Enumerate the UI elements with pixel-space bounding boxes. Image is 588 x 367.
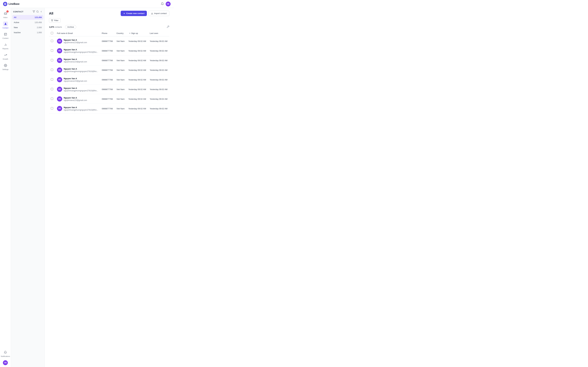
col-signup[interactable]: ▼ Sign up [127,30,148,36]
sidebar-title: CONTACT [13,10,23,13]
row-checkbox[interactable] [49,94,55,104]
contact-details: Nguyen Van A nguyenvana123@gmail.com [64,97,87,101]
row-select-checkbox[interactable] [51,49,53,52]
header-right: OE [161,1,171,6]
header-avatar[interactable]: OE [166,1,171,6]
sidebar-item-contact[interactable]: Contact [0,20,11,30]
notification-bell[interactable] [161,2,164,6]
nav-label-growth: Growth [3,58,8,60]
app-header: LineBase OE [0,0,174,8]
logo-icon [3,2,7,6]
sidebar-item-content[interactable]: Content [0,31,11,40]
contact-count: 1,675 contacts [49,26,62,28]
row-contact-info: OE Nguyen Van A nguyenvana123@gmail.com [55,75,100,84]
table-row[interactable]: OE Nguyen Van A nguyenhoangphuongnguyen2… [49,46,169,56]
nav-notifications[interactable]: Notifications [1,349,10,359]
import-icon [151,12,153,15]
contact-email: nguyenvana123@gmail.com [64,61,87,63]
nav-label-reports: Reports [2,48,9,50]
sidebar-actions [33,10,43,13]
svg-rect-4 [4,33,7,35]
contact-details: Nguyen Van A nguyenhoangphuongnguyen2781… [64,106,98,111]
contact-name: Nguyen Van A [64,68,98,70]
sidebar-item-growth[interactable]: Growth [0,51,11,61]
row-signup: Yesterday 09:02 AM [127,56,148,65]
table-row[interactable]: OE Nguyen Van A nguyenhoangphuongnguyen2… [49,65,169,75]
filter-all-label: All [14,16,16,18]
row-signup: Yesterday 09:02 AM [127,46,148,56]
contact-name: Nguyen Van A [64,39,87,41]
filter-all[interactable]: All 123,456 [12,15,43,20]
contact-email: nguyenvana123@gmail.com [64,42,87,44]
svg-point-2 [5,3,6,4]
row-checkbox[interactable] [49,56,55,65]
row-lastseen: Yesterday 09:02 AM [148,75,169,84]
contact-count-wrap: 1,675 contacts Archive [49,25,76,29]
row-lastseen: Yesterday 09:02 AM [148,65,169,75]
row-checkbox[interactable] [49,36,55,46]
filter-inactive[interactable]: Inactive 1,000 [12,30,43,35]
table-row[interactable]: OE Nguyen Van A nguyenvana123@gmail.com … [49,36,169,46]
filter-icon[interactable] [33,10,35,13]
settings-adjust-icon [167,25,169,28]
filter-active-label: Active [14,21,19,24]
sidebar-item-reports[interactable]: Reports [0,41,11,51]
contacts-table-wrap: Full name & Email Phone Country ▼ Sign u… [45,30,174,367]
row-select-checkbox[interactable] [51,88,53,90]
row-country: Viet Nam [115,75,127,84]
contact-email: nguyenvana123@gmail.com [64,99,87,101]
row-lastseen: Yesterday 09:02 AM [148,94,169,104]
tools-icon[interactable] [167,25,169,29]
inbox-icon [4,12,7,15]
contact-avatar: OE [57,58,62,63]
row-select-checkbox[interactable] [51,59,53,61]
search-icon[interactable] [36,10,39,13]
row-phone: 0988877766 [100,65,114,75]
filter-button[interactable]: Filter [49,18,61,23]
import-contact-button[interactable]: Import contact [148,11,169,16]
table-row[interactable]: OE Nguyen Van A nguyenhoangphuongnguyen2… [49,104,169,113]
contact-name: Nguyen Van A [64,87,98,89]
row-contact-info: OE Nguyen Van A nguyenvana123@gmail.com [55,56,100,65]
row-checkbox[interactable] [49,84,55,94]
create-contact-button[interactable]: Create new contact [121,11,147,16]
row-phone: 0988877766 [100,36,114,46]
row-phone: 0988877766 [100,75,114,84]
row-select-checkbox[interactable] [51,98,53,100]
contact-avatar: OE [57,67,62,73]
table-row[interactable]: OE Nguyen Van A nguyenhoangphuongnguyen2… [49,84,169,94]
row-phone: 0988877766 [100,46,114,56]
row-checkbox[interactable] [49,75,55,84]
select-all-checkbox[interactable] [51,32,53,34]
col-country: Country [115,30,127,36]
row-checkbox[interactable] [49,104,55,113]
bell-icon [161,2,164,5]
table-row[interactable]: OE Nguyen Van A nguyenvana123@gmail.com … [49,94,169,104]
row-select-checkbox[interactable] [51,69,53,71]
sidebar-item-settings[interactable]: Settings [0,62,11,72]
growth-icon [4,53,7,57]
row-select-checkbox[interactable] [51,107,53,109]
row-checkbox[interactable] [49,65,55,75]
collapse-icon[interactable] [40,10,43,13]
contact-details: Nguyen Van A nguyenhoangphuongnguyen2781… [64,87,98,92]
row-checkbox[interactable] [49,46,55,56]
filter-new-label: New [14,26,18,29]
col-checkbox [49,30,55,36]
row-contact-info: OE Nguyen Van A nguyenvana123@gmail.com [55,94,100,104]
row-phone: 0988877766 [100,94,114,104]
nav-user-avatar[interactable]: OE [3,360,8,365]
row-contact-info: OE Nguyen Van A nguyenhoangphuongnguyen2… [55,65,100,75]
sidebar-item-inbox[interactable]: 1 Inbox [0,10,11,20]
row-phone: 0988877766 [100,56,114,65]
table-row[interactable]: OE Nguyen Van A nguyenvana123@gmail.com … [49,56,169,65]
page-title: All [49,11,53,16]
row-phone: 0988877766 [100,84,114,94]
row-select-checkbox[interactable] [51,78,53,81]
nav-bottom: Notifications OE [1,349,10,365]
row-select-checkbox[interactable] [51,40,53,42]
filter-active[interactable]: Active 120,456 [12,20,43,25]
table-row[interactable]: OE Nguyen Van A nguyenvana123@gmail.com … [49,75,169,84]
filter-new[interactable]: New 2,000 [12,25,43,30]
archive-button[interactable]: Archive [65,25,76,29]
